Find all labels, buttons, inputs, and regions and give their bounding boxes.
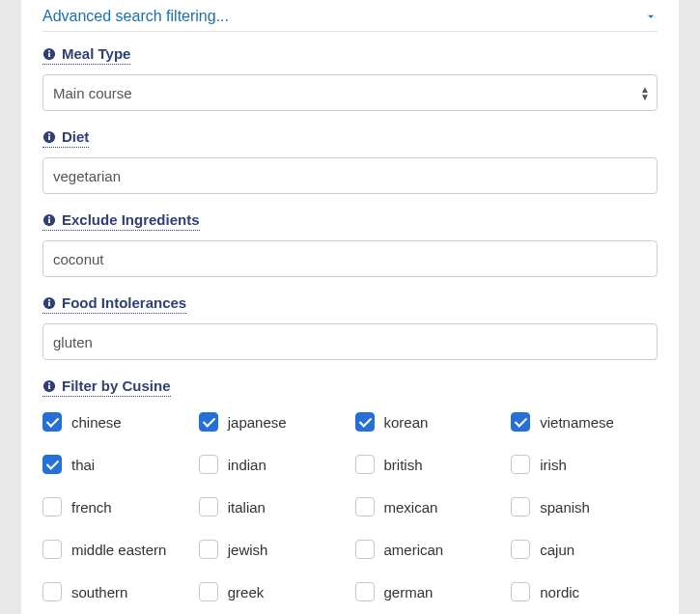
svg-rect-13 [48,384,50,388]
cuisine-label: mexican [384,499,438,516]
cuisine-label: nordic [540,584,579,600]
cuisine-checkbox[interactable]: indian [199,455,346,474]
cuisine-checkbox[interactable]: nordic [511,582,658,601]
svg-rect-7 [48,218,50,222]
cuisine-checkbox[interactable]: cajun [511,540,658,559]
exclude-ingredients-field: Exclude Ingredients [42,211,658,277]
field-label-text: Meal Type [62,45,130,62]
checkbox-icon [42,582,62,601]
svg-rect-10 [48,301,50,305]
svg-rect-5 [48,133,50,135]
meal-type-label: Meal Type [42,45,130,65]
checkbox-icon [511,497,530,516]
intolerances-label: Food Intolerances [42,294,186,314]
cuisine-checkbox[interactable]: german [355,582,502,601]
checkbox-icon [199,455,218,474]
diet-field: Diet [42,128,658,194]
diet-input[interactable] [42,157,658,194]
cuisine-label: italian [228,499,266,516]
chevron-down-icon [644,10,658,23]
cuisine-label: middle eastern [71,542,166,558]
checkbox-icon [511,582,530,601]
checkbox-icon [355,540,375,559]
panel-header[interactable]: Advanced search filtering... [42,0,658,32]
cuisine-label: french [71,499,112,516]
cuisine-grid: chinesejapanesekoreanvietnamesethaiindia… [42,406,658,614]
svg-rect-2 [48,50,50,52]
meal-type-field: Meal Type Main course ▲▼ [42,45,658,111]
checkbox-icon [355,412,375,432]
checkbox-icon [199,540,218,559]
cuisine-checkbox[interactable]: thai [42,455,189,474]
cuisine-label: spanish [540,499,590,516]
diet-label: Diet [42,128,89,148]
cuisine-checkbox[interactable]: italian [199,497,346,516]
cuisine-label: chinese [71,414,122,431]
cuisine-label: japanese [228,414,287,431]
field-label-text: Food Intolerances [62,294,186,311]
field-label-text: Diet [62,128,89,145]
advanced-search-panel: Advanced search filtering... Meal Type M… [21,0,679,614]
svg-rect-8 [48,216,50,218]
checkbox-icon [199,497,218,516]
cuisine-label: irish [540,457,567,473]
cuisine-label: cajun [540,542,574,558]
checkbox-icon [355,455,375,474]
checkbox-icon [42,497,62,516]
checkbox-icon [42,412,62,432]
cuisine-label: american [384,542,444,558]
cuisine-label: indian [228,457,266,473]
cuisine-checkbox[interactable]: middle eastern [42,540,189,559]
cuisine-checkbox[interactable]: american [355,540,502,559]
info-icon [42,296,56,310]
checkbox-icon [511,412,530,432]
cuisine-checkbox[interactable]: french [42,497,189,516]
cuisine-field: Filter by Cusine chinesejapanesekoreanvi… [42,377,658,614]
exclude-input[interactable] [42,240,658,277]
cuisine-checkbox[interactable]: korean [355,412,502,432]
cuisine-checkbox[interactable]: japanese [199,412,346,432]
checkbox-icon [199,582,218,601]
intolerances-input[interactable] [42,323,658,360]
checkbox-icon [511,540,530,559]
cuisine-label: thai [71,457,95,473]
cuisine-checkbox[interactable]: spanish [511,497,658,516]
checkbox-icon [42,455,62,474]
meal-type-select[interactable]: Main course [42,74,658,111]
svg-rect-11 [48,299,50,301]
info-icon [42,47,56,61]
cuisine-checkbox[interactable]: vietnamese [511,412,658,432]
checkbox-icon [199,412,218,432]
checkbox-icon [355,582,375,601]
info-icon [42,130,56,144]
cuisine-checkbox[interactable]: british [355,455,502,474]
cuisine-label: german [384,584,434,600]
cuisine-label: korean [384,414,429,431]
cuisine-checkbox[interactable]: southern [42,582,189,601]
svg-rect-4 [48,135,50,139]
checkbox-icon [511,455,530,474]
exclude-label: Exclude Ingredients [42,211,200,231]
cuisine-label: Filter by Cusine [42,377,171,397]
cuisine-label: jewish [228,542,268,558]
field-label-text: Exclude Ingredients [62,211,200,228]
field-label-text: Filter by Cusine [62,377,171,394]
checkbox-icon [42,540,62,559]
cuisine-label: vietnamese [540,414,614,431]
cuisine-checkbox[interactable]: mexican [355,497,502,516]
info-icon [42,213,56,227]
cuisine-checkbox[interactable]: greek [199,582,346,601]
svg-rect-1 [48,52,50,56]
panel-title: Advanced search filtering... [42,8,229,25]
svg-rect-14 [48,382,50,384]
checkbox-icon [355,497,375,516]
cuisine-label: greek [228,584,265,600]
cuisine-checkbox[interactable]: irish [511,455,658,474]
info-icon [42,379,56,393]
cuisine-checkbox[interactable]: jewish [199,540,346,559]
cuisine-checkbox[interactable]: chinese [42,412,189,432]
cuisine-label: british [384,457,423,473]
intolerances-field: Food Intolerances [42,294,658,360]
cuisine-label: southern [71,584,127,600]
